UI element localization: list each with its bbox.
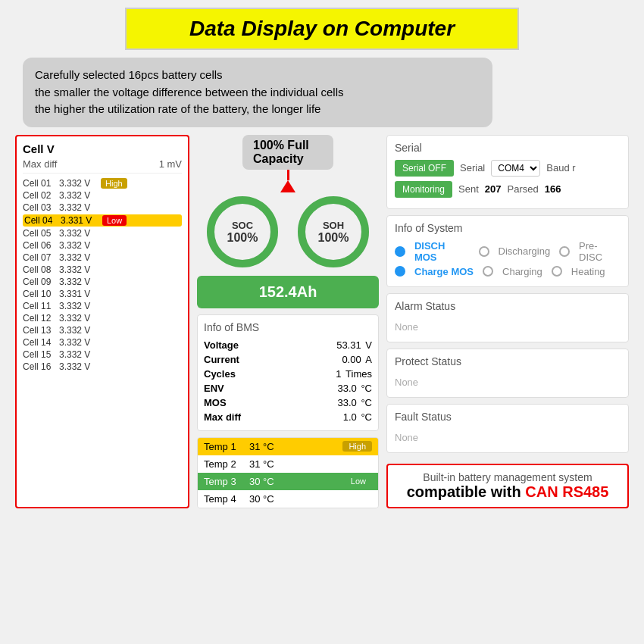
- cell-name: Cell 03: [23, 202, 59, 213]
- alarm-value: None: [395, 318, 621, 336]
- cell-voltage: 3.332 V: [59, 349, 101, 360]
- disch-mos-label: DISCH MOS: [414, 240, 470, 263]
- cell-name: Cell 14: [23, 337, 59, 348]
- serial-label: Serial: [460, 162, 485, 174]
- cell-voltage: 3.332 V: [59, 313, 101, 324]
- bms-row-label: ENV: [204, 383, 224, 394]
- serial-row-2: Monitoring Sent 207 Parsed 166: [395, 181, 621, 198]
- temp-row: Temp 131 °CHigh: [198, 438, 378, 455]
- fault-section: Fault Status None: [386, 404, 629, 453]
- bms-row: Cycles1 Times: [204, 367, 372, 381]
- fault-value: None: [395, 429, 621, 446]
- soh-value: 100%: [318, 230, 349, 244]
- cell-name: Cell 05: [23, 228, 59, 239]
- callout-line1: Carefully selected 16pcs battery cells: [35, 68, 223, 81]
- monitoring-button[interactable]: Monitoring: [395, 181, 452, 198]
- cell-name: Cell 13: [23, 325, 59, 336]
- temp-value: 31 °C: [249, 441, 342, 452]
- cell-voltage: 3.332 V: [59, 178, 101, 189]
- temp-row: Temp 231 °C: [198, 455, 378, 473]
- full-capacity-label: 100% Full Capacity: [242, 135, 333, 170]
- baud-label: Baud r: [546, 162, 575, 174]
- cell-badge: Low: [102, 215, 127, 226]
- sent-label: Sent: [458, 183, 479, 195]
- cell-panel: Cell V Max diff 1 mV Cell 013.332 VHighC…: [15, 135, 189, 508]
- bms-row: Max diff1.0 °C: [204, 410, 372, 424]
- bms-row-value: 1.0 °C: [343, 411, 372, 423]
- protect-value: None: [395, 374, 621, 391]
- protect-title: Protect Status: [395, 355, 621, 367]
- charging-label: Charging: [502, 266, 542, 277]
- charge-mos-radio: [395, 266, 405, 277]
- soh-circle: SOH 100%: [295, 194, 371, 270]
- cell-row: Cell 153.332 V: [23, 349, 182, 360]
- cell-row: Cell 073.332 V: [23, 252, 182, 263]
- temp-badge: High: [342, 441, 372, 452]
- cell-row: Cell 033.332 V: [23, 202, 182, 213]
- cell-row: Cell 123.332 V: [23, 313, 182, 324]
- com-select[interactable]: COM4: [491, 160, 540, 177]
- maxdiff-value: 1 mV: [159, 158, 182, 170]
- discharging-label: Discharging: [499, 245, 551, 257]
- bms-title: Info of BMS: [204, 321, 372, 333]
- bottom-note: Built-in battery management system compa…: [386, 464, 629, 508]
- page-title: Data Display on Computer: [125, 8, 519, 50]
- bms-row-label: Current: [204, 354, 239, 365]
- temp-value: 31 °C: [249, 458, 372, 470]
- callout-box: Carefully selected 16pcs battery cells t…: [23, 58, 492, 127]
- cells-container: Cell 013.332 VHighCell 023.332 VCell 033…: [23, 178, 182, 372]
- temp-name: Temp 1: [204, 441, 249, 452]
- system-row-disch: DISCH MOS Discharging Pre-DISC: [395, 240, 621, 263]
- bms-row-label: Max diff: [204, 411, 241, 423]
- alarm-section: Alarm Status None: [386, 293, 629, 342]
- system-row-charge: Charge MOS Charging Heating: [395, 266, 621, 277]
- middle-panel: 100% Full Capacity SOC 100%: [197, 135, 379, 508]
- temp-name: Temp 4: [204, 493, 249, 505]
- bms-row-label: MOS: [204, 397, 227, 408]
- circles-row: SOC 100% SOH 100%: [197, 194, 379, 270]
- temp-name: Temp 3: [204, 476, 249, 487]
- cell-row: Cell 103.331 V: [23, 289, 182, 299]
- discharging-radio: [479, 246, 489, 257]
- cell-name: Cell 02: [23, 190, 59, 201]
- disch-mos-radio: [395, 246, 405, 257]
- cell-name: Cell 04: [24, 215, 61, 226]
- right-panel: Serial Serial OFF Serial COM4 Baud r Mon…: [386, 135, 629, 508]
- cell-voltage: 3.332 V: [59, 264, 101, 275]
- cell-row: Cell 013.332 VHigh: [23, 178, 182, 189]
- cell-voltage: 3.332 V: [59, 361, 101, 372]
- temp-badge: Low: [345, 476, 372, 486]
- cell-name: Cell 15: [23, 349, 59, 360]
- cell-voltage: 3.332 V: [59, 325, 101, 336]
- cell-name: Cell 08: [23, 264, 59, 275]
- bms-row: MOS33.0 °C: [204, 395, 372, 410]
- temp-value: 30 °C: [249, 476, 345, 487]
- fault-title: Fault Status: [395, 411, 621, 423]
- serial-section: Serial Serial OFF Serial COM4 Baud r Mon…: [386, 135, 629, 209]
- bms-row-value: 1 Times: [336, 368, 372, 380]
- cell-row: Cell 133.332 V: [23, 325, 182, 336]
- sent-value: 207: [485, 183, 502, 195]
- serial-off-button[interactable]: Serial OFF: [395, 160, 454, 177]
- cell-voltage: 3.331 V: [59, 289, 101, 299]
- cell-name: Cell 07: [23, 252, 59, 263]
- cell-voltage: 3.331 V: [61, 215, 102, 226]
- cell-name: Cell 11: [23, 301, 59, 311]
- temp-rows: Temp 131 °CHighTemp 231 °CTemp 330 °CLow…: [198, 438, 378, 508]
- bms-row-label: Cycles: [204, 368, 236, 380]
- predisc-radio: [559, 246, 570, 257]
- cell-maxdiff-row: Max diff 1 mV: [23, 158, 182, 174]
- bms-row: Voltage53.31 V: [204, 338, 372, 352]
- soc-label: SOC: [227, 219, 258, 230]
- heating-label: Heating: [571, 266, 605, 277]
- cell-row: Cell 063.332 V: [23, 240, 182, 251]
- cell-name: Cell 10: [23, 289, 59, 299]
- cell-row: Cell 113.332 V: [23, 301, 182, 311]
- page-wrapper: Data Display on Computer Carefully selec…: [0, 0, 644, 644]
- bottom-line2: compatible with CAN RS485: [397, 483, 618, 501]
- bms-row-value: 33.0 °C: [337, 383, 372, 394]
- ah-bar: 152.4Ah: [197, 276, 379, 308]
- cell-voltage: 3.332 V: [59, 252, 101, 263]
- bottom-highlight: CAN RS485: [525, 483, 608, 500]
- system-title: Info of System: [395, 222, 621, 234]
